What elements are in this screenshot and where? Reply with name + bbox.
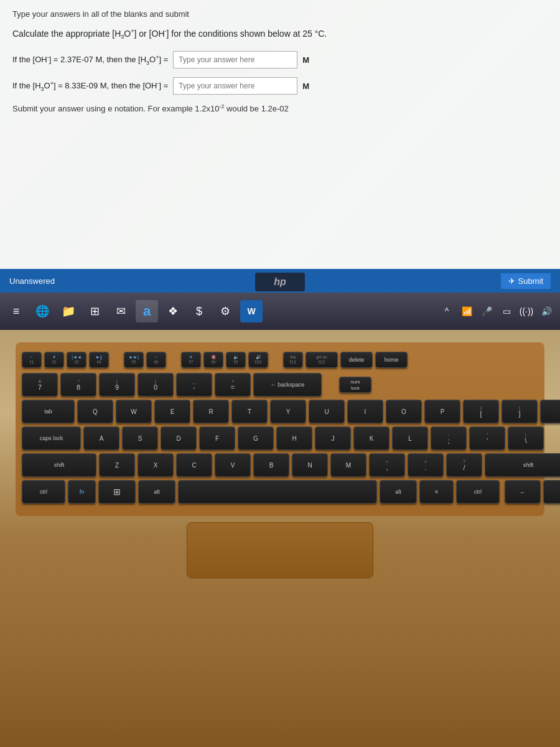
taskbar-word-icon[interactable]: W (240, 300, 263, 322)
key-q[interactable]: Q (77, 400, 113, 423)
row1-prefix: If the [OH-] = 2.37E-07 M, then the [H3O… (12, 54, 168, 66)
wifi-icon[interactable]: ((·)) (518, 303, 535, 320)
taskbar-folder-icon[interactable]: 📁 (57, 300, 80, 322)
key-lbracket[interactable]: { [ (463, 400, 499, 423)
key-delete[interactable]: delete (340, 352, 373, 368)
taskbar-gear-icon[interactable]: ⚙ (214, 300, 236, 322)
key-n[interactable]: N (292, 453, 328, 477)
key-t[interactable]: T (231, 400, 268, 423)
key-shift-left[interactable]: shift (22, 453, 96, 477)
touchpad[interactable] (187, 522, 373, 578)
answer-input-1[interactable] (173, 51, 297, 68)
key-period[interactable]: > . (408, 453, 444, 477)
key-space[interactable] (178, 480, 377, 504)
key-arrow-left[interactable]: ← (505, 480, 541, 504)
key-f1[interactable]: ← f1 (22, 352, 42, 368)
key-f4[interactable]: ►|| f4 (89, 352, 109, 368)
key-f11[interactable]: ins f11 (283, 352, 303, 368)
key-p[interactable]: P (424, 400, 460, 423)
taskbar-a-icon[interactable]: a (136, 300, 158, 322)
key-o[interactable]: O (386, 400, 422, 423)
key-caps-lock[interactable]: caps lock (22, 426, 81, 450)
taskbar-grid-icon[interactable]: ⊞ (83, 300, 106, 322)
key-k[interactable]: K (353, 426, 390, 450)
key-backspace[interactable]: ← backspace (253, 373, 322, 397)
key-semicolon[interactable]: : ; (431, 426, 467, 450)
key-x[interactable]: X (138, 453, 174, 477)
key-f7[interactable]: ✈ f7 (181, 352, 201, 368)
key-menu[interactable]: ≡ (419, 480, 454, 504)
network-icon[interactable]: 📶 (458, 303, 475, 320)
key-h[interactable]: H (276, 426, 312, 450)
key-windows[interactable]: ⊞ (98, 480, 136, 504)
key-alt-left[interactable]: alt (138, 480, 175, 504)
key-m[interactable]: M (330, 453, 366, 477)
key-r[interactable]: R (193, 400, 229, 423)
key-b[interactable]: B (253, 453, 289, 477)
key-f10[interactable]: 🔊 f10 (248, 352, 268, 368)
key-j[interactable]: J (315, 426, 351, 450)
key-a[interactable]: A (83, 426, 119, 450)
key-num-lock[interactable]: num lock (339, 377, 371, 393)
key-y[interactable]: Y (270, 400, 306, 423)
mic-icon[interactable]: 🎤 (478, 303, 495, 320)
key-slash[interactable]: ? / (446, 453, 482, 477)
key-f5[interactable]: ►►| f5 (124, 352, 144, 368)
chevron-up-icon[interactable]: ^ (438, 303, 455, 320)
submit-button[interactable]: ✈ Submit (501, 273, 551, 289)
key-ctrl-right[interactable]: ctrl (456, 480, 500, 504)
key-i[interactable]: I (347, 400, 383, 423)
key-0[interactable]: ) 0 (138, 373, 174, 397)
row2-unit: M (302, 82, 309, 91)
key-f[interactable]: F (199, 426, 235, 450)
key-u[interactable]: U (309, 400, 345, 423)
bottom-row: ctrl fn ⊞ alt alt ≡ ctrl (22, 480, 538, 504)
key-home[interactable]: home (375, 352, 408, 368)
hp-logo: hp (274, 276, 286, 288)
key-enter[interactable]: enter (540, 400, 560, 423)
key-8[interactable]: * 8 (60, 373, 96, 397)
key-s[interactable]: S (122, 426, 158, 450)
key-9[interactable]: ( 9 (99, 373, 135, 397)
key-f9[interactable]: 🔉 f9 (226, 352, 246, 368)
key-f12-prtsc[interactable]: prt sc f12 (306, 352, 338, 368)
key-f3[interactable]: |◄◄ f3 (67, 352, 86, 368)
key-v[interactable]: V (215, 453, 251, 477)
key-f6[interactable]: → f6 (146, 352, 166, 368)
key-equals[interactable]: + = (215, 373, 251, 397)
key-d[interactable]: D (161, 426, 197, 450)
key-fn-bottom[interactable]: fn (68, 480, 96, 504)
key-e[interactable]: E (154, 400, 190, 423)
key-shift-right[interactable]: shift (485, 453, 560, 477)
taskbar-dropbox-icon[interactable]: ❖ (162, 300, 184, 322)
key-z[interactable]: Z (99, 453, 135, 477)
key-f2[interactable]: ☀ f2 (44, 352, 64, 368)
keyboard-area: ← f1 ☀ f2 |◄◄ f3 ►|| f4 (16, 342, 544, 516)
key-minus[interactable]: _ - (176, 373, 212, 397)
key-alt-right[interactable]: alt (380, 480, 417, 504)
question-row-2: If the [H3O+] = 8.33E-09 M, then the [OH… (12, 77, 548, 95)
answer-input-2[interactable] (173, 77, 297, 95)
taskbar-mail-icon[interactable]: ✉ (110, 300, 132, 322)
key-comma[interactable]: < , (369, 453, 405, 477)
key-ctrl-left[interactable]: ctrl (22, 480, 65, 504)
taskbar-dollar-icon[interactable]: $ (188, 300, 210, 322)
laptop-body: ← f1 ☀ f2 |◄◄ f3 ►|| f4 (0, 330, 560, 747)
volume-icon[interactable]: 🔊 (538, 303, 555, 320)
unanswered-label: Unanswered (9, 276, 55, 286)
key-w[interactable]: W (116, 400, 152, 423)
key-rbracket[interactable]: } ] (502, 400, 538, 423)
key-g[interactable]: G (238, 426, 274, 450)
key-quote[interactable]: " ' (469, 426, 505, 450)
taskbar-edge-icon[interactable]: 🌐 (31, 300, 54, 322)
monitor-icon[interactable]: ▭ (498, 303, 515, 320)
taskbar-menu-icon[interactable]: ≡ (5, 300, 27, 322)
key-arrow-down[interactable]: ↓ (543, 480, 560, 504)
key-c[interactable]: C (176, 453, 212, 477)
key-f8[interactable]: 🔇 f8 (203, 352, 223, 368)
key-l[interactable]: L (392, 426, 428, 450)
key-7[interactable]: & 7 (22, 373, 58, 397)
key-backslash[interactable]: | \ (508, 426, 544, 450)
instruction-text: Type your answers in all of the blanks a… (12, 9, 548, 19)
key-tab[interactable]: tab (22, 400, 75, 423)
